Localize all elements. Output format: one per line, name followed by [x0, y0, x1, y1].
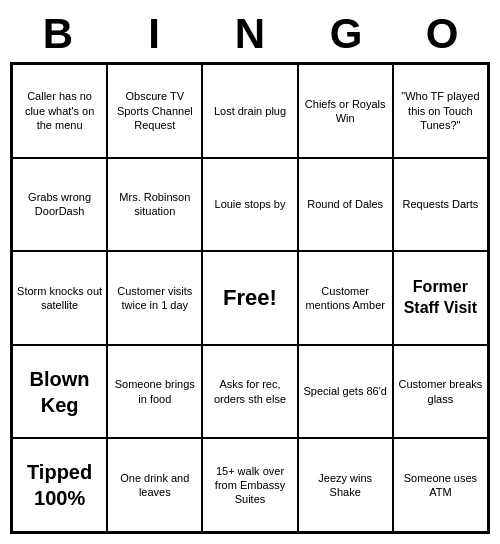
bingo-cell-20[interactable]: Tipped 100%	[12, 438, 107, 532]
bingo-cell-22[interactable]: 15+ walk over from Embassy Suites	[202, 438, 297, 532]
bingo-cell-6[interactable]: Mrs. Robinson situation	[107, 158, 202, 252]
bingo-cell-23[interactable]: Jeezy wins Shake	[298, 438, 393, 532]
bingo-cell-8[interactable]: Round of Dales	[298, 158, 393, 252]
letter-o: O	[394, 10, 490, 58]
bingo-cell-2[interactable]: Lost drain plug	[202, 64, 297, 158]
bingo-cell-18[interactable]: Special gets 86'd	[298, 345, 393, 439]
bingo-grid: Caller has no clue what's on the menuObs…	[10, 62, 490, 534]
bingo-cell-9[interactable]: Requests Darts	[393, 158, 488, 252]
bingo-cell-21[interactable]: One drink and leaves	[107, 438, 202, 532]
bingo-cell-16[interactable]: Someone brings in food	[107, 345, 202, 439]
bingo-cell-7[interactable]: Louie stops by	[202, 158, 297, 252]
bingo-cell-13[interactable]: Customer mentions Amber	[298, 251, 393, 345]
bingo-cell-11[interactable]: Customer visits twice in 1 day	[107, 251, 202, 345]
bingo-cell-17[interactable]: Asks for rec, orders sth else	[202, 345, 297, 439]
bingo-cell-4[interactable]: "Who TF played this on Touch Tunes?"	[393, 64, 488, 158]
bingo-cell-15[interactable]: Blown Keg	[12, 345, 107, 439]
bingo-cell-19[interactable]: Customer breaks glass	[393, 345, 488, 439]
bingo-cell-3[interactable]: Chiefs or Royals Win	[298, 64, 393, 158]
bingo-title: B I N G O	[10, 10, 490, 58]
bingo-cell-14[interactable]: Former Staff Visit	[393, 251, 488, 345]
letter-g: G	[298, 10, 394, 58]
bingo-cell-1[interactable]: Obscure TV Sports Channel Request	[107, 64, 202, 158]
bingo-cell-0[interactable]: Caller has no clue what's on the menu	[12, 64, 107, 158]
bingo-cell-24[interactable]: Someone uses ATM	[393, 438, 488, 532]
bingo-cell-10[interactable]: Storm knocks out satellite	[12, 251, 107, 345]
letter-n: N	[202, 10, 298, 58]
bingo-cell-12[interactable]: Free!	[202, 251, 297, 345]
bingo-cell-5[interactable]: Grabs wrong DoorDash	[12, 158, 107, 252]
letter-i: I	[106, 10, 202, 58]
letter-b: B	[10, 10, 106, 58]
